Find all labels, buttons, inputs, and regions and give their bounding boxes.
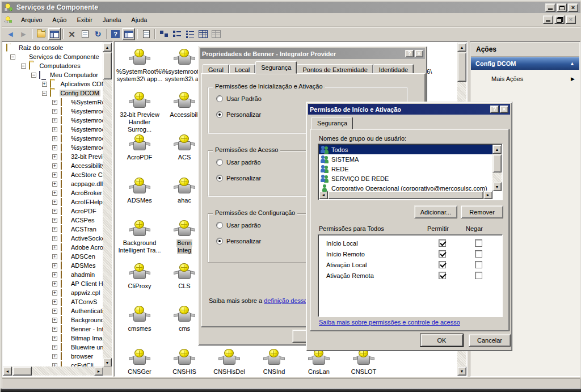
group-name: REDE bbox=[331, 166, 349, 172]
group-icon bbox=[321, 146, 329, 154]
listbox-vertical-scrollbar[interactable]: ▲ ▼ bbox=[492, 145, 502, 191]
groupbox-title: Permissões de Configuração bbox=[213, 209, 297, 216]
definition-link[interactable]: definição dessa bbox=[264, 297, 307, 304]
dcom-item-label: CNSHisDel bbox=[205, 368, 253, 376]
tab-segurança[interactable]: Segurança bbox=[255, 61, 297, 74]
actions-section-config-dcom[interactable]: Config DCOM ▲ bbox=[471, 57, 579, 70]
dcom-list-item[interactable]: 32-bit PreviewHandler Surrog... bbox=[116, 92, 163, 133]
dcom-component-icon bbox=[128, 220, 151, 238]
close-dialog-button[interactable]: × bbox=[415, 50, 423, 57]
scroll-down-button[interactable]: ▼ bbox=[457, 366, 466, 376]
permission-row: Início Local bbox=[318, 238, 502, 248]
dcom-component-icon bbox=[263, 349, 285, 367]
close-button[interactable]: × bbox=[568, 3, 578, 12]
permission-row: Início Remoto bbox=[318, 248, 502, 259]
mdi-restore-button[interactable] bbox=[554, 15, 565, 24]
deny-checkbox[interactable] bbox=[475, 239, 482, 247]
group-icon bbox=[321, 155, 329, 163]
groupbox-title: Permissões de Inicialização e Ativação bbox=[213, 83, 325, 90]
remove-button[interactable]: Remover bbox=[461, 205, 503, 218]
ok-button[interactable]: OK bbox=[420, 334, 463, 347]
permission-row: Ativação Remota bbox=[318, 270, 502, 281]
scroll-down-button[interactable]: ▼ bbox=[492, 182, 502, 191]
permissions-for-label: Permissões para Todos bbox=[319, 225, 384, 232]
properties-learn-more-line: Saiba mais sobre a definição dessa bbox=[209, 297, 308, 304]
cancel-button[interactable]: Cancelar bbox=[469, 334, 511, 347]
dcom-component-icon bbox=[128, 349, 151, 367]
dcom-component-icon bbox=[352, 349, 375, 367]
radio-button[interactable] bbox=[216, 238, 223, 245]
dcom-list-item[interactable]: CNSHisDel bbox=[205, 349, 253, 376]
group-names-label: Nomes de grupo ou de usuário: bbox=[319, 135, 406, 142]
dcom-list-item[interactable]: CnsLan bbox=[295, 349, 343, 376]
dcom-list-item[interactable]: CNSLOT bbox=[340, 349, 388, 376]
status-bar bbox=[2, 377, 580, 389]
group-name: SISTEMA bbox=[331, 156, 359, 163]
dcom-list-item[interactable]: cmsmes bbox=[116, 306, 163, 332]
minimize-button[interactable] bbox=[545, 3, 555, 12]
radio-button[interactable] bbox=[216, 95, 223, 102]
dcom-list-item[interactable]: CNSInd bbox=[250, 349, 298, 376]
radio-button[interactable] bbox=[216, 111, 223, 118]
radio-label: Usar padrão bbox=[226, 159, 261, 166]
permission-dialog-title: Permissão de Início e Ativação bbox=[310, 106, 401, 113]
deny-checkbox[interactable] bbox=[475, 250, 482, 258]
permission-dialog-titlebar[interactable]: Permissão de Início e Ativação ? × bbox=[308, 104, 510, 115]
more-actions-item[interactable]: Mais Ações ▶ bbox=[471, 73, 579, 85]
dcom-list-item[interactable]: BackgroundIntelligent Tra... bbox=[116, 220, 163, 254]
scroll-up-button[interactable]: ▲ bbox=[492, 145, 502, 154]
listbox-scroll-thumb[interactable] bbox=[492, 154, 502, 172]
dcom-component-icon bbox=[128, 134, 151, 153]
dcom-list-item[interactable]: CNSHIS bbox=[161, 349, 208, 376]
scroll-right-button[interactable]: ► bbox=[483, 191, 492, 199]
dcom-list-item[interactable]: %SystemRoot%\system32\ app... bbox=[116, 49, 163, 83]
allow-checkbox[interactable] bbox=[439, 272, 446, 279]
component-services-window: Serviços de Componente × ArquivoAçãoExib… bbox=[0, 0, 581, 392]
group-list-item[interactable]: SERVIÇO DE REDE bbox=[319, 174, 492, 183]
group-list-item[interactable]: REDE bbox=[319, 164, 492, 174]
deny-checkbox[interactable] bbox=[475, 261, 482, 268]
list-scroll-thumb[interactable] bbox=[457, 52, 466, 82]
listbox-horizontal-scrollbar[interactable]: ◄ ► bbox=[319, 191, 492, 199]
allow-checkbox[interactable] bbox=[439, 250, 446, 258]
allow-checkbox[interactable] bbox=[439, 261, 446, 268]
radio-label: Usar Padrão bbox=[226, 95, 262, 102]
dcom-component-icon bbox=[173, 263, 196, 281]
dcom-item-label: 32-bit PreviewHandler Surrog... bbox=[116, 111, 163, 133]
scroll-up-button[interactable]: ▲ bbox=[457, 43, 466, 52]
mdi-minimize-button[interactable] bbox=[543, 15, 553, 24]
dcom-list-item[interactable]: AcroPDF bbox=[116, 134, 163, 161]
radio-button[interactable] bbox=[216, 222, 223, 229]
dcom-item-label: CliProxy bbox=[116, 283, 163, 290]
tab-seguranca[interactable]: Segurança bbox=[311, 117, 353, 129]
window-bottom-edge bbox=[1, 389, 581, 392]
help-titlebar-button[interactable]: ? bbox=[490, 106, 499, 113]
radio-button[interactable] bbox=[216, 159, 223, 166]
dcom-component-icon bbox=[128, 178, 151, 196]
add-button[interactable]: Adicionar... bbox=[414, 205, 457, 218]
submenu-arrow-icon: ▶ bbox=[571, 76, 575, 82]
allow-checkbox[interactable] bbox=[439, 239, 446, 247]
collapse-icon[interactable]: ▲ bbox=[570, 61, 575, 66]
close-dialog-button[interactable]: × bbox=[500, 106, 508, 113]
deny-checkbox[interactable] bbox=[475, 272, 482, 279]
help-titlebar-button[interactable]: ? bbox=[405, 50, 414, 57]
dcom-list-item[interactable]: ADSMes bbox=[116, 178, 163, 204]
dcom-component-icon bbox=[173, 178, 196, 196]
listbox-hscroll-thumb[interactable] bbox=[328, 191, 483, 199]
dcom-list-item[interactable]: CNSGer bbox=[116, 349, 163, 376]
radio-label: Personalizar bbox=[226, 111, 261, 118]
permissions-learn-more-link[interactable]: Saiba mais sobre permissões e controle d… bbox=[319, 319, 460, 326]
group-user-listbox[interactable]: Todos SISTEMA REDE SERVIÇO DE REDE Corpo… bbox=[318, 144, 503, 200]
maximize-button[interactable] bbox=[557, 3, 567, 12]
dcom-item-label: AcroPDF bbox=[116, 154, 163, 161]
group-list-item[interactable]: SISTEMA bbox=[319, 154, 492, 164]
dcom-item-label: cmsmes bbox=[116, 325, 163, 332]
properties-dialog-titlebar[interactable]: Propriedades de Benner - Integrator Prov… bbox=[200, 48, 425, 59]
mdi-close-button[interactable]: × bbox=[566, 15, 576, 24]
permission-label: Ativação Local bbox=[326, 262, 367, 268]
dcom-list-item[interactable]: CliProxy bbox=[116, 263, 163, 290]
radio-button[interactable] bbox=[216, 175, 223, 182]
dcom-item-label: ADSMes bbox=[116, 197, 163, 204]
group-list-item[interactable]: Todos bbox=[319, 145, 492, 154]
